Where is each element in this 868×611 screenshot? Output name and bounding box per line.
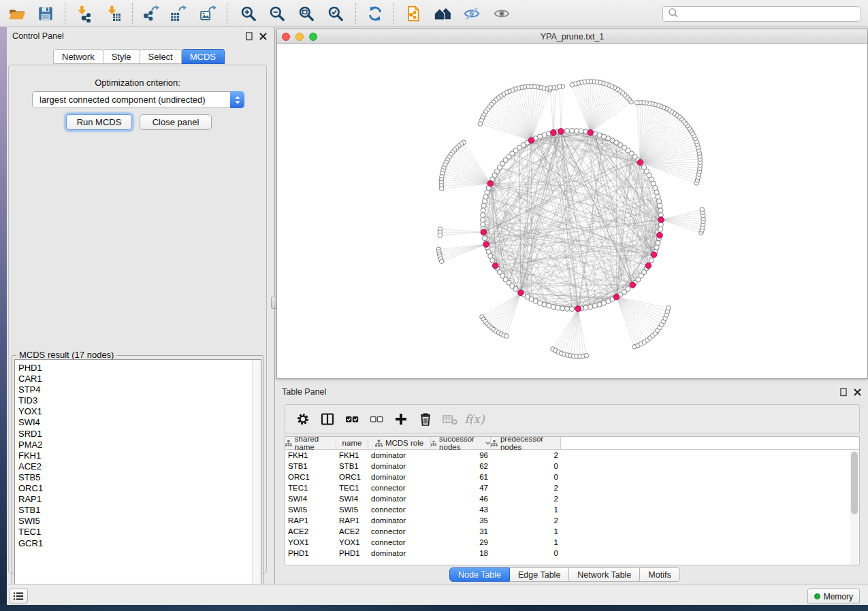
zoom-selected-icon[interactable] [323,2,349,25]
refresh-icon[interactable] [362,2,388,25]
export-table-icon[interactable] [165,2,191,25]
table-cell: ORC1 [285,473,336,481]
task-history-button[interactable] [9,589,28,604]
zoom-out-icon[interactable] [264,2,290,25]
table-cell: 1 [491,527,561,535]
column-header-mcds-role[interactable]: MCDS role [368,437,431,449]
network-window-titlebar[interactable]: YPA_prune.txt_1 [277,29,867,44]
mcds-result-item[interactable]: TEC1 [15,527,261,538]
table-cell: RAP1 [336,516,368,525]
mcds-result-item[interactable]: RAP1 [15,494,261,505]
show-all-eye-icon[interactable] [489,2,515,25]
column-header-predecessor-nodes[interactable]: predecessor nodes [491,437,561,449]
save-session-icon[interactable] [33,2,59,25]
tab-label: MCDS [190,52,216,62]
table-cell: SWI4 [336,495,368,503]
zoom-in-icon[interactable] [236,2,261,25]
column-label: MCDS role [385,439,423,447]
table-row[interactable]: FKH1FKH1dominator962 [285,450,859,461]
delete-column-trash-icon[interactable] [413,407,438,431]
desktop-wallpaper-bottom [0,605,868,611]
tab-node-table[interactable]: Node Table [449,567,510,582]
column-header-shared-name[interactable]: shared name [285,437,336,449]
zoom-fit-icon[interactable] [293,2,319,25]
table-row[interactable]: TEC1TEC1connector472 [285,482,859,493]
table-row[interactable]: SWI4SWI4dominator462 [285,493,859,504]
window-minimize-icon[interactable] [295,33,304,41]
mcds-result-item[interactable]: YOX1 [15,406,261,417]
optimization-criterion-select[interactable]: largest connected component (undirected) [32,91,244,108]
add-column-plus-icon[interactable] [389,407,413,431]
table-cell: 1 [491,538,561,546]
tab-motifs[interactable]: Motifs [640,567,679,582]
table-row[interactable]: SWI5SWI5connector431 [285,504,859,515]
table-row[interactable]: YOX1YOX1connector291 [285,537,859,548]
table-row[interactable]: ACE2ACE2connector311 [285,526,859,537]
mcds-result-item[interactable]: STB1 [15,505,261,516]
table-settings-gear-icon[interactable] [291,407,315,431]
close-panel-button[interactable]: Close panel [140,114,212,130]
table-scrollbar[interactable] [850,450,858,565]
mcds-result-item[interactable]: STB5 [15,472,261,483]
run-mcds-button[interactable]: Run MCDS [66,114,132,130]
import-network-icon[interactable] [70,2,96,25]
mcds-result-list[interactable]: PHD1CAR1STP4TID3YOX1SWI4SRD1PMA2FKH1ACE2… [14,359,261,601]
tab-select[interactable]: Select [140,49,182,64]
tab-network[interactable]: Network [53,49,103,64]
float-panel-icon[interactable] [838,386,849,397]
mcds-result-item[interactable]: ACE2 [15,461,261,472]
new-network-from-selection-icon[interactable] [400,2,426,25]
column-header-name[interactable]: name [336,437,368,449]
selected-criterion: largest connected component (undirected) [33,95,230,105]
shared-column-icon [375,440,383,447]
table-cell: TEC1 [336,484,368,492]
mcds-result-item[interactable]: SWI4 [15,417,261,428]
tab-network-table[interactable]: Network Table [569,567,640,582]
tab-label: Edge Table [518,570,560,580]
function-builder-icon: f(x) [462,407,487,431]
table-row[interactable]: ORC1ORC1dominator610 [285,472,859,482]
close-panel-icon[interactable] [852,386,863,397]
close-panel-icon[interactable] [257,31,268,42]
window-zoom-icon[interactable] [309,33,317,41]
mcds-result-item[interactable]: SWI5 [15,516,261,527]
mcds-result-item[interactable]: PMA2 [15,440,261,450]
mcds-result-item[interactable]: CAR1 [15,374,261,384]
mcds-result-item[interactable]: STP4 [15,384,261,395]
select-all-icon[interactable] [340,407,364,431]
open-file-icon[interactable] [4,2,30,25]
column-header-successor-nodes[interactable]: successor nodes [431,437,491,449]
window-close-icon[interactable] [282,33,290,41]
table-cell: 61 [431,473,491,481]
tab-mcds[interactable]: MCDS [182,49,225,64]
mcds-result-item[interactable]: SRD1 [15,429,261,440]
mcds-result-item[interactable]: GCR1 [15,538,261,549]
mcds-result-item[interactable]: ORC1 [15,483,261,494]
table-row[interactable]: RAP1RAP1dominator352 [285,515,859,526]
mcds-result-item[interactable]: TID3 [15,395,261,406]
import-table-icon[interactable] [100,2,126,25]
deselect-all-icon[interactable] [364,407,389,431]
network-canvas[interactable]: .e0{stroke:#8d8d8d;stroke-opacity:.30;st… [277,44,867,378]
hide-selected-eye-icon[interactable] [459,2,485,25]
export-network-icon[interactable] [138,2,164,25]
toolbar-separator [393,3,394,24]
mcds-result-item[interactable]: FKH1 [15,450,261,461]
table-row[interactable]: STB1STB1dominator620 [285,461,859,472]
show-hide-columns-icon[interactable] [315,407,340,431]
scrollbar-thumb[interactable] [851,452,858,514]
tab-edge-table[interactable]: Edge Table [510,567,569,582]
search-box[interactable] [662,6,861,22]
tab-style[interactable]: Style [103,49,140,64]
list-scrollbar[interactable] [252,360,261,601]
first-neighbors-icon[interactable] [430,2,455,25]
table-cell: dominator [368,473,431,481]
float-panel-icon[interactable] [244,31,255,42]
optimization-criterion-label: Optimization criterion: [9,78,266,88]
memory-button[interactable]: Memory [807,589,860,604]
table-row[interactable]: PHD1PHD1dominator180 [285,548,859,559]
table-tabs: Node Table Edge Table Network Table Moti… [449,567,680,582]
export-image-icon[interactable] [195,2,221,25]
mcds-result-item[interactable]: PHD1 [15,363,261,374]
search-input[interactable] [679,9,861,20]
